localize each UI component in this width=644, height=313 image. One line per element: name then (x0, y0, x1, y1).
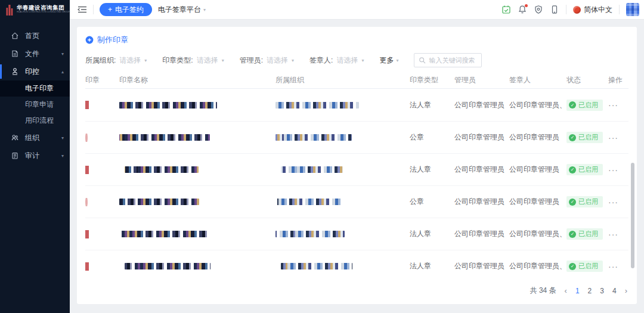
seal-admin: 公司印章管理员 (454, 197, 509, 207)
submenu-item-label: 印章申请 (25, 100, 54, 110)
active-indicator (0, 64, 2, 79)
seal-image (85, 134, 88, 142)
table-row[interactable]: 法人章 公司印章管理员 公司印章管理员、... ✓已启用 ··· (85, 89, 628, 121)
row-actions-button[interactable]: ··· (608, 165, 618, 175)
search-icon (419, 57, 426, 64)
row-actions-button[interactable]: ··· (608, 262, 618, 271)
divider (93, 5, 94, 14)
table-row[interactable]: 法人章 公司印章管理员 公司印章管理员、... ✓已启用 ··· (85, 218, 628, 250)
shield-icon[interactable] (534, 5, 543, 14)
platform-select[interactable]: 电子签章平台 ▾ (158, 5, 206, 15)
seal-signer: 公司印章管理员、... (509, 229, 566, 239)
more-filters-button[interactable]: 更多 ▾ (379, 55, 398, 66)
sidebar-item-home[interactable]: 首页 (0, 27, 70, 45)
sidebar-item-organization[interactable]: 组织 ▾ (0, 129, 70, 147)
prev-page-icon[interactable]: ‹ (565, 286, 567, 295)
page-number-1[interactable]: 1 (575, 287, 580, 295)
filter-signer[interactable]: 签章人: 请选择 ▾ (309, 55, 364, 66)
page-number-2[interactable]: 2 (588, 287, 592, 295)
sidebar-item-audit[interactable]: 审计 ▾ (0, 147, 70, 165)
filter-seal-type[interactable]: 印章类型: 请选择 ▾ (162, 55, 224, 66)
redacted-organization (275, 134, 352, 141)
table-row[interactable]: 公章 公司印章管理员 公司印章管理员 ✓已启用 ··· (85, 121, 628, 153)
seal-admin: 公司印章管理员 (454, 100, 509, 110)
seal-signer: 公司印章管理员、... (509, 261, 566, 271)
row-actions-button[interactable]: ··· (608, 197, 618, 207)
create-seal-button[interactable]: 制作印章 (85, 34, 128, 46)
notification-badge (525, 4, 528, 7)
check-icon: ✓ (569, 231, 576, 238)
check-icon: ✓ (569, 166, 576, 173)
topbar: + 电子签约 电子签章平台 ▾ (70, 0, 644, 20)
file-icon (11, 49, 19, 58)
sidebar-item-files[interactable]: 文件 ▾ (0, 45, 70, 63)
next-page-icon[interactable]: › (625, 286, 627, 295)
redacted-organization (275, 231, 345, 237)
plus-circle-icon (85, 36, 94, 44)
check-icon: ✓ (569, 199, 576, 206)
filter-organization[interactable]: 所属组织: 请选择 ▾ (85, 55, 147, 66)
mobile-icon[interactable] (550, 5, 559, 14)
page-number-4[interactable]: 4 (612, 287, 617, 295)
chevron-down-icon: ▾ (361, 58, 364, 63)
row-actions-button[interactable]: ··· (608, 133, 618, 142)
chevron-down-icon: ▾ (292, 58, 294, 63)
status-badge: ✓已启用 (566, 261, 603, 272)
chevron-down-icon: ▾ (61, 153, 64, 159)
table-row[interactable]: 法人章 公司印章管理员 公司印章管理员 ✓已启用 ··· (85, 153, 628, 185)
table-row[interactable]: 法人章 公司印章管理员 公司印章管理员、... ✓已启用 ··· (85, 250, 628, 282)
filter-admin[interactable]: 管理员: 请选择 ▾ (240, 55, 294, 66)
status-badge: ✓已启用 (566, 164, 603, 175)
status-badge: ✓已启用 (566, 228, 603, 240)
page-number-3[interactable]: 3 (600, 287, 604, 295)
search-box (414, 53, 482, 67)
e-sign-button[interactable]: + 电子签约 (100, 3, 152, 16)
seal-image (85, 101, 89, 109)
sidebar-item-label: 首页 (25, 31, 64, 41)
home-icon (11, 32, 19, 40)
language-globe-icon (573, 6, 581, 14)
language-switcher[interactable]: 简体中文 (573, 5, 612, 15)
chevron-down-icon: ▾ (203, 7, 206, 13)
sidebar-item-seal-control[interactable]: 印控 ▴ (0, 63, 70, 80)
vertical-scrollbar[interactable] (631, 163, 634, 268)
submenu-item-electronic-seal[interactable]: 电子印章 (0, 80, 70, 97)
table-header: 印章 印章名称 所属组织 印章类型 管理员 签章人 状态 操作 (85, 72, 628, 89)
pagination-total: 共 34 条 (530, 286, 556, 296)
divider (619, 5, 620, 14)
seal-admin: 公司印章管理员 (454, 132, 509, 142)
redacted-seal-name (125, 166, 199, 173)
seal-type: 法人章 (410, 229, 454, 239)
submenu-item-seal-workflow[interactable]: 用印流程 (0, 113, 70, 129)
redacted-seal-name (125, 263, 210, 269)
people-icon (11, 134, 19, 142)
redacted-organization (281, 166, 343, 173)
seal-image (85, 262, 89, 271)
status-badge: ✓已启用 (566, 100, 603, 111)
status-badge: ✓已启用 (566, 132, 603, 143)
user-avatar[interactable] (626, 3, 639, 16)
search-input[interactable] (429, 57, 477, 64)
seal-admin: 公司印章管理员 (454, 261, 509, 271)
redacted-seal-name (119, 134, 210, 141)
bell-icon[interactable] (518, 5, 527, 14)
sidebar-menu: 首页 文件 ▾ 印控 ▴ 电子印章 (0, 20, 70, 165)
submenu-item-seal-application[interactable]: 印章申请 (0, 97, 70, 113)
chevron-down-icon: ▾ (61, 51, 64, 57)
seal-signer: 公司印章管理员 (509, 132, 566, 142)
seal-signer: 公司印章管理员 (509, 197, 566, 207)
check-icon: ✓ (569, 101, 576, 109)
collapse-sidebar-icon[interactable] (78, 5, 87, 14)
chevron-down-icon: ▾ (61, 135, 64, 141)
seal-table: 印章 印章名称 所属组织 印章类型 管理员 签章人 状态 操作 (85, 72, 628, 282)
seal-image (85, 230, 89, 238)
sidebar-item-label: 组织 (25, 133, 55, 143)
seal-signer: 公司印章管理员 (509, 165, 566, 175)
row-actions-button[interactable]: ··· (608, 100, 618, 110)
app-window: 华春建设咨询集团 HUACHUN CONSTRUCTION CONSULTING… (0, 0, 644, 313)
table-row[interactable]: 公章 公司印章管理员 公司印章管理员 ✓已启用 ··· (85, 185, 628, 218)
calendar-check-icon[interactable] (501, 5, 511, 14)
row-actions-button[interactable]: ··· (608, 230, 618, 239)
seal-admin: 公司印章管理员 (454, 165, 509, 175)
brand-logo-icon (5, 4, 14, 17)
